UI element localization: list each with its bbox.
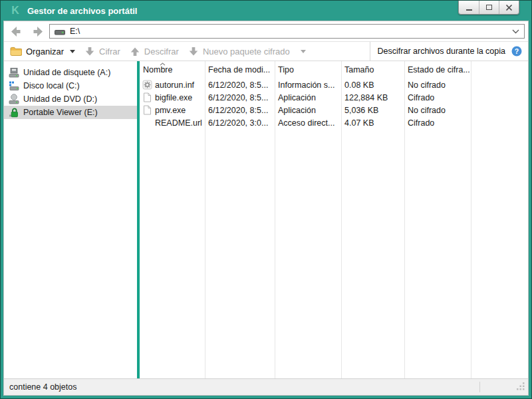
- resize-grip[interactable]: [517, 382, 525, 392]
- organize-label: Organizar: [26, 47, 64, 57]
- drive-sidebar: Unidad de disquete (A:) Disco local (C:): [4, 61, 137, 378]
- sidebar-item-label: Disco local (C:): [23, 81, 80, 90]
- file-list-panel: Nombre Fecha de modi... Tipo Tamaño Esta…: [140, 61, 528, 378]
- navigation-bar: E:\: [4, 21, 528, 42]
- encrypt-button[interactable]: Cifrar: [84, 42, 120, 61]
- main-area: Unidad de disquete (A:) Disco local (C:): [4, 61, 528, 378]
- window-controls: [458, 1, 519, 15]
- file-encryption-status: Cifrado: [404, 118, 471, 128]
- close-button[interactable]: [499, 1, 519, 14]
- lock-drive-icon: [8, 107, 19, 118]
- sort-ascending-icon: [160, 61, 166, 66]
- file-encryption-status: No cifrado: [404, 106, 471, 115]
- file-row-autorun[interactable]: autorun.inf 6/12/2020, 8:5... Informació…: [140, 78, 528, 91]
- kaspersky-logo-icon: K: [9, 4, 22, 17]
- file-modified: 6/12/2020, 8:5...: [205, 80, 275, 90]
- sidebar-item-label: Unidad de DVD (D:): [23, 94, 97, 104]
- drive-icon: [55, 28, 65, 35]
- file-name: autorun.inf: [155, 80, 194, 90]
- sidebar-item-portable-viewer-e[interactable]: Portable Viewer (E:): [4, 106, 137, 119]
- organize-button[interactable]: Organizar: [10, 42, 75, 61]
- address-path: E:\: [70, 27, 80, 36]
- decrypt-button[interactable]: Descifrar: [130, 42, 179, 61]
- file-icon: [142, 105, 152, 115]
- decrypt-arrow-up-icon: [130, 47, 140, 57]
- column-header-type[interactable]: Tipo: [275, 65, 341, 74]
- file-encryption-status: No cifrado: [404, 80, 471, 90]
- column-divider: [275, 61, 275, 378]
- minimize-icon: [466, 9, 472, 11]
- sidebar-item-dvd-d[interactable]: Unidad de DVD (D:): [4, 92, 137, 106]
- decrypt-on-copy-group: Descifrar archivos durante la copia ?: [370, 42, 528, 61]
- file-type: Aplicación: [275, 93, 341, 102]
- sidebar-item-local-disk-c[interactable]: Disco local (C:): [4, 79, 137, 92]
- file-type: Información s...: [275, 80, 341, 90]
- file-row-bigfile[interactable]: bigfile.exe 6/12/2020, 8:5... Aplicación…: [140, 91, 528, 104]
- organize-dropdown-icon: [70, 50, 75, 53]
- file-row-readme[interactable]: README.url 6/12/2020, 3:0... Acceso dire…: [140, 116, 528, 129]
- floppy-drive-icon: [8, 67, 19, 78]
- forward-arrow-icon: [31, 26, 43, 37]
- address-dropdown-chevron-icon[interactable]: [512, 29, 519, 34]
- file-name-cell: bigfile.exe: [140, 92, 205, 102]
- file-name-cell: autorun.inf: [140, 80, 205, 90]
- column-divider: [205, 61, 205, 378]
- sidebar-item-label: Unidad de disquete (A:): [23, 68, 110, 77]
- file-name: bigfile.exe: [155, 93, 192, 102]
- window-title: Gestor de archivos portátil: [27, 6, 137, 16]
- portable-file-manager-window: K Gestor de archivos portátil: [0, 0, 532, 399]
- column-header-modified[interactable]: Fecha de modi...: [205, 65, 275, 74]
- decrypt-on-copy-label: Descifrar archivos durante la copia: [378, 47, 505, 56]
- encrypt-arrow-down-icon: [84, 47, 95, 57]
- local-disk-icon: [8, 80, 19, 91]
- svg-text:?: ?: [515, 47, 519, 55]
- sidebar-item-label: Portable Viewer (E:): [23, 108, 98, 117]
- file-modified: 6/12/2020, 8:5...: [205, 93, 275, 102]
- status-bar: contiene 4 objetos: [4, 378, 528, 395]
- new-package-dropdown-icon: [301, 50, 306, 53]
- file-name-cell: pmv.exe: [140, 105, 205, 115]
- file-name: README.url: [155, 118, 202, 128]
- file-name-cell: README.url: [140, 118, 205, 128]
- column-divider: [404, 61, 405, 378]
- gear-file-icon: [142, 80, 152, 90]
- file-icon: [142, 92, 152, 102]
- file-row-pmv[interactable]: pmv.exe 6/12/2020, 8:5... Aplicación 5,0…: [140, 104, 528, 116]
- file-size: 122,884 KB: [341, 93, 404, 102]
- dvd-drive-icon: [8, 94, 19, 104]
- column-header-size[interactable]: Tamaño: [341, 65, 404, 74]
- window-content: E:\ Organizar Cifrar Descifrar: [3, 21, 529, 396]
- file-modified: 6/12/2020, 8:5...: [205, 106, 275, 115]
- file-type: Aplicación: [275, 106, 341, 115]
- status-bar-divider: [479, 382, 480, 392]
- column-divider: [341, 61, 342, 378]
- column-divider: [471, 61, 471, 378]
- forward-button[interactable]: [29, 25, 44, 37]
- help-icon[interactable]: ?: [511, 46, 522, 57]
- file-size: 4.07 KB: [341, 118, 404, 128]
- column-header-name[interactable]: Nombre: [140, 65, 205, 74]
- title-bar[interactable]: K Gestor de archivos portátil: [3, 1, 529, 21]
- file-encryption-status: Cifrado: [404, 93, 471, 102]
- file-size: 0.08 KB: [341, 80, 404, 90]
- file-size: 5,036 KB: [341, 106, 404, 115]
- column-header-row: Nombre Fecha de modi... Tipo Tamaño Esta…: [140, 61, 528, 78]
- maximize-button[interactable]: [479, 1, 499, 14]
- toolbar: Organizar Cifrar Descifrar Nuevo paquete…: [4, 42, 528, 61]
- minimize-button[interactable]: [459, 1, 479, 14]
- file-type: Acceso direct...: [275, 118, 341, 128]
- file-name: pmv.exe: [155, 106, 186, 115]
- status-text: contiene 4 objetos: [9, 382, 76, 392]
- sidebar-item-floppy-a[interactable]: Unidad de disquete (A:): [4, 66, 137, 79]
- new-encrypted-package-button[interactable]: Nuevo paquete cifrado: [188, 42, 306, 61]
- back-button[interactable]: [9, 25, 24, 37]
- decrypt-label: Descifrar: [144, 47, 179, 57]
- encrypt-label: Cifrar: [99, 47, 120, 57]
- file-modified: 6/12/2020, 3:0...: [205, 118, 275, 128]
- folder-icon: [10, 47, 22, 56]
- column-header-encryption-status[interactable]: Estado de cifra...: [404, 65, 471, 74]
- address-bar[interactable]: E:\: [49, 24, 525, 39]
- new-encrypted-package-label: Nuevo paquete cifrado: [203, 47, 290, 57]
- package-arrow-down-icon: [188, 47, 199, 57]
- back-arrow-icon: [11, 26, 23, 37]
